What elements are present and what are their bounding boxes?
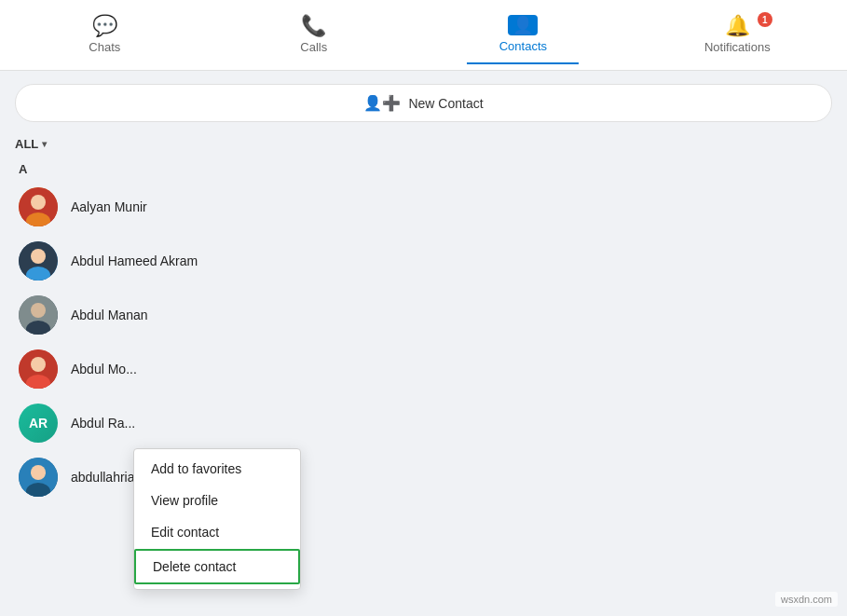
filter-row[interactable]: ALL ▾ [0, 131, 847, 157]
calls-icon: 📞 [301, 16, 326, 36]
nav-item-chats[interactable]: 💬 Chats [48, 7, 160, 63]
top-navigation: 💬 Chats 📞 Calls 👤 Contacts 🔔 1 Notificat… [0, 0, 847, 71]
contact-name-abdulmo: Abdul Mo... [71, 362, 137, 376]
contacts-icon: 👤 [508, 15, 538, 35]
watermark: wsxdn.com [775, 592, 838, 607]
new-contact-label: New Contact [408, 96, 483, 111]
nav-item-notifications[interactable]: 🔔 1 Notifications [676, 7, 799, 63]
context-menu-item-view-profile[interactable]: View profile [134, 485, 300, 516]
svg-point-4 [31, 249, 46, 264]
context-menu: Add to favorites View profile Edit conta… [133, 448, 301, 590]
avatar-abdulmanan [19, 295, 58, 335]
content-area: 👤➕ New Contact ALL ▾ A Aalyan Munir [0, 71, 847, 616]
contact-name-abdulra: Abdul Ra... [71, 416, 135, 431]
svg-point-7 [31, 303, 46, 318]
new-contact-button[interactable]: 👤➕ New Contact [15, 84, 832, 122]
nav-item-calls[interactable]: 📞 Calls [258, 7, 370, 63]
avatar-abdulmo [19, 349, 58, 389]
contact-name-abdulmanan: Abdul Manan [71, 308, 148, 322]
contact-name-abdullahriaz: abdullahriaz [71, 470, 142, 485]
new-contact-icon: 👤➕ [363, 94, 401, 112]
svg-point-13 [31, 465, 46, 480]
avatar-abdulra: AR [19, 404, 58, 443]
section-letter-a: A [15, 157, 832, 180]
avatar-abdulhameed [19, 241, 58, 281]
avatar-abdullahriaz [19, 458, 58, 497]
filter-label: ALL [15, 137, 38, 151]
contact-row-aalyan[interactable]: Aalyan Munir [15, 180, 832, 234]
contact-name-aalyan: Aalyan Munir [71, 199, 147, 214]
svg-point-1 [31, 195, 46, 210]
nav-item-contacts[interactable]: 👤 Contacts [467, 6, 579, 64]
contact-row-abdulmanan[interactable]: Abdul Manan [15, 288, 832, 342]
contacts-list: A Aalyan Munir Abdul H [0, 157, 847, 504]
context-menu-item-edit-contact[interactable]: Edit contact [134, 516, 300, 548]
contact-row-abdulra[interactable]: AR Abdul Ra... [15, 396, 832, 450]
svg-point-10 [31, 357, 46, 372]
nav-label-notifications: Notifications [704, 40, 771, 54]
chevron-down-icon: ▾ [42, 139, 47, 149]
nav-label-contacts: Contacts [499, 39, 547, 53]
nav-label-chats: Chats [89, 40, 120, 54]
context-menu-item-delete-contact[interactable]: Delete contact [134, 549, 300, 584]
nav-label-calls: Calls [300, 40, 327, 54]
contact-row-abdulmo[interactable]: Abdul Mo... [15, 342, 832, 396]
chats-icon: 💬 [92, 16, 117, 36]
contact-row-abdulhameed[interactable]: Abdul Hameed Akram [15, 234, 832, 288]
notification-badge: 1 [758, 12, 772, 27]
contact-name-abdulhameed: Abdul Hameed Akram [71, 253, 198, 268]
notifications-icon: 🔔 [725, 16, 750, 36]
avatar-aalyan [19, 187, 58, 226]
context-menu-item-favorites[interactable]: Add to favorites [134, 453, 300, 485]
